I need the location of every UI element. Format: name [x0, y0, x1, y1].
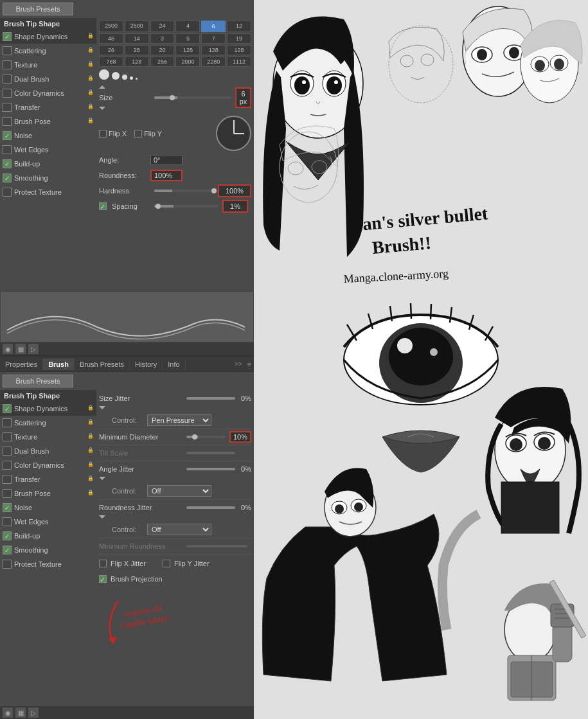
brush-presets-button-top[interactable]: Brush Presets	[3, 3, 73, 15]
size-cell-128[interactable]: 128	[125, 57, 149, 67]
top-option-smoothing[interactable]: ✓Smoothing	[0, 171, 96, 185]
flip-y-checkbox[interactable]	[134, 130, 142, 138]
size-cell-20[interactable]: 20	[150, 45, 175, 55]
size-cell-2500[interactable]: 2500	[99, 21, 123, 32]
size-cell-768[interactable]: 768	[99, 57, 123, 67]
bottom-option-smoothing[interactable]: ✓Smoothing	[0, 543, 96, 557]
angle-control-select[interactable]: Off Pen Pressure Pen Tilt Fade	[147, 485, 211, 497]
brush-presets-button-bottom[interactable]: Brush Presets	[3, 375, 73, 387]
flip-x-jitter-checkbox[interactable]	[99, 560, 107, 567]
top-option-brush-pose[interactable]: Brush Pose🔒	[0, 114, 96, 129]
size-cell-2000[interactable]: 2000	[175, 57, 200, 67]
check-wet-edges[interactable]	[3, 145, 12, 154]
check-protect-texture[interactable]	[3, 188, 12, 197]
angle-dial[interactable]	[216, 116, 251, 151]
check-shape-dynamics[interactable]: ✓	[3, 32, 12, 41]
bottom-check-shape-dynamics[interactable]: ✓	[3, 404, 12, 413]
top-option-noise[interactable]: ✓Noise	[0, 129, 96, 143]
bottom-option-color-dynamics[interactable]: Color Dynamics🔒	[0, 458, 96, 472]
top-option-texture[interactable]: Texture🔒	[0, 58, 96, 72]
bottom-toolbar-icon-2[interactable]: ▦	[15, 707, 26, 718]
check-dual-brush[interactable]	[3, 75, 12, 84]
bottom-check-scattering[interactable]	[3, 418, 12, 427]
top-option-wet-edges[interactable]: Wet Edges	[0, 143, 96, 157]
bottom-option-wet-edges[interactable]: Wet Edges	[0, 515, 96, 529]
flip-y-jitter-checkbox[interactable]	[163, 560, 170, 567]
check-smoothing[interactable]: ✓	[3, 173, 12, 182]
size-cell-128[interactable]: 128	[201, 45, 226, 55]
toolbar-icon-3[interactable]: ▷	[28, 344, 39, 354]
size-slider[interactable]	[154, 96, 231, 99]
bottom-check-protect-texture[interactable]	[3, 560, 12, 569]
size-cell-128[interactable]: 128	[227, 45, 251, 55]
angle-input[interactable]	[150, 155, 183, 165]
tab-history[interactable]: History	[130, 359, 163, 370]
tab-brush-presets[interactable]: Brush Presets	[75, 359, 130, 370]
top-option-build-up[interactable]: ✓Build-up	[0, 157, 96, 171]
check-color-dynamics[interactable]	[3, 89, 12, 98]
top-option-dual-brush[interactable]: Dual Brush🔒	[0, 72, 96, 86]
size-jitter-slider[interactable]	[186, 397, 235, 400]
toolbar-icon-2[interactable]: ▦	[15, 344, 26, 354]
sd-scroll-down-3[interactable]	[99, 515, 105, 522]
bottom-option-protect-texture[interactable]: Protect Texture	[0, 557, 96, 571]
bottom-check-brush-pose[interactable]	[3, 489, 12, 498]
bottom-check-wet-edges[interactable]	[3, 517, 12, 526]
size-cell-24[interactable]: 24	[150, 21, 175, 32]
size-cell-3[interactable]: 3	[150, 33, 175, 44]
top-option-transfer[interactable]: Transfer🔒	[0, 100, 96, 114]
size-cell-12[interactable]: 12	[227, 21, 251, 32]
bottom-check-noise[interactable]: ✓	[3, 503, 12, 512]
size-cell-128[interactable]: 128	[175, 45, 200, 55]
size-control-select[interactable]: Pen Pressure Off Fade Pen Tilt Stylus Wh…	[147, 414, 211, 426]
bottom-check-texture[interactable]	[3, 432, 12, 441]
scroll-down-btn[interactable]	[99, 107, 105, 113]
spacing-slider[interactable]	[154, 205, 218, 208]
bottom-option-dual-brush[interactable]: Dual Brush🔒	[0, 444, 96, 458]
bottom-option-transfer[interactable]: Transfer🔒	[0, 472, 96, 486]
brush-projection-checkbox[interactable]: ✓	[99, 575, 107, 583]
tab-arrows[interactable]: >>	[232, 360, 245, 368]
toolbar-icon-1[interactable]: ◉	[3, 344, 13, 354]
check-texture[interactable]	[3, 60, 12, 69]
size-cell-46[interactable]: 46	[99, 33, 123, 44]
roundness-input[interactable]	[150, 170, 183, 181]
size-cell-2500[interactable]: 2500	[125, 21, 149, 32]
bottom-option-texture[interactable]: Texture🔒	[0, 430, 96, 444]
bottom-toolbar-icon-1[interactable]: ◉	[3, 707, 13, 718]
top-option-protect-texture[interactable]: Protect Texture	[0, 185, 96, 199]
bottom-option-brush-pose[interactable]: Brush Pose🔒	[0, 486, 96, 501]
spacing-checkbox[interactable]: ✓	[99, 202, 107, 210]
min-diameter-slider[interactable]	[186, 436, 226, 438]
size-cell-2280[interactable]: 2280	[201, 57, 226, 67]
check-transfer[interactable]	[3, 103, 12, 112]
size-cell-256[interactable]: 256	[150, 57, 175, 67]
size-cell-6[interactable]: 6	[201, 21, 226, 32]
size-cell-19[interactable]: 19	[227, 33, 251, 44]
check-brush-pose[interactable]	[3, 117, 12, 126]
tab-brush[interactable]: Brush	[43, 359, 75, 370]
bottom-check-smoothing[interactable]: ✓	[3, 546, 12, 555]
size-cell-1112[interactable]: 1112	[227, 57, 251, 67]
scroll-up-btn[interactable]	[99, 82, 105, 89]
check-noise[interactable]: ✓	[3, 131, 12, 140]
bottom-check-dual-brush[interactable]	[3, 447, 12, 456]
tab-menu-button[interactable]: ≡	[245, 360, 254, 368]
check-build-up[interactable]: ✓	[3, 159, 12, 168]
angle-jitter-slider[interactable]	[186, 468, 235, 470]
check-scattering[interactable]	[3, 46, 12, 55]
bottom-check-color-dynamics[interactable]	[3, 461, 12, 470]
size-cell-14[interactable]: 14	[125, 33, 149, 44]
size-cell-5[interactable]: 5	[175, 33, 200, 44]
bottom-check-transfer[interactable]	[3, 475, 12, 484]
bottom-option-shape-dynamics[interactable]: ✓Shape Dynamics🔒	[0, 402, 96, 416]
tab-info[interactable]: Info	[163, 359, 185, 370]
sd-scroll-down-2[interactable]	[99, 477, 105, 483]
bottom-toolbar-icon-3[interactable]: ▷	[28, 707, 39, 718]
bottom-option-scattering[interactable]: Scattering🔒	[0, 416, 96, 430]
roundness-jitter-slider[interactable]	[186, 506, 235, 509]
top-option-scattering[interactable]: Scattering🔒	[0, 44, 96, 58]
top-option-color-dynamics[interactable]: Color Dynamics🔒	[0, 86, 96, 100]
bottom-check-build-up[interactable]: ✓	[3, 531, 12, 540]
roundness-control-select[interactable]: Off Pen Pressure Pen Tilt Fade	[147, 524, 211, 535]
